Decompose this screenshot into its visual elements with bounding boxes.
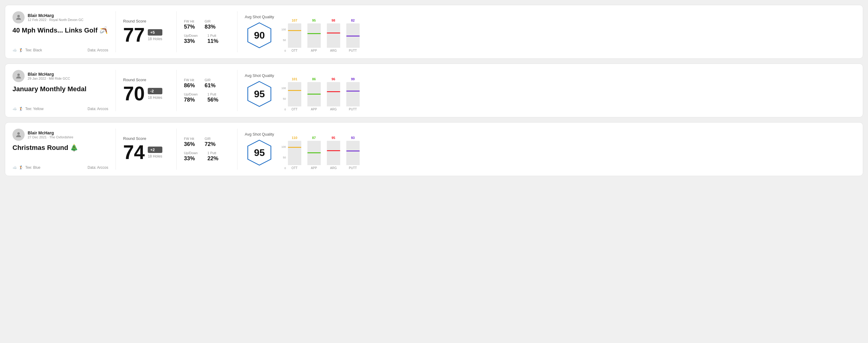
bar-group: 82 <box>346 19 360 48</box>
oneputt-label: 1 Putt <box>207 34 218 37</box>
updown-stat: Up/Down 78% <box>184 92 197 103</box>
bar-wrapper <box>346 82 360 106</box>
avatar <box>12 129 25 141</box>
round-footer: ☁️ 🏌️ Tee: Black Data: Arccos <box>12 48 108 52</box>
updown-label: Up/Down <box>184 34 197 37</box>
chart-bars: 107 95 98 <box>288 11 360 48</box>
bar-value: 98 <box>332 19 335 22</box>
stats-section: FW Hit 86% GIR 61% Up/Down 78% 1 Putt <box>177 70 238 111</box>
oneputt-value: 22% <box>207 155 218 162</box>
tee-info: ☁️ 🏌️ Tee: Black <box>12 48 42 52</box>
cloud-icon: ☁️ <box>12 48 17 52</box>
quality-left: Avg Shot Quality 95 <box>245 73 274 107</box>
stats-section: FW Hit 57% GIR 83% Up/Down 33% 1 Putt <box>177 11 238 52</box>
fw-hit-value: 36% <box>184 141 195 148</box>
gir-value: 72% <box>205 141 216 148</box>
bar-wrapper <box>327 141 340 165</box>
round-footer: ☁️ 🏌️ Tee: Blue Data: Arccos <box>12 165 108 170</box>
stats-row-top: FW Hit 57% GIR 83% <box>184 20 230 30</box>
player-header: Blair McHarg 29 Jan 2022 · Mill Ride GCC <box>12 70 108 82</box>
player-name: Blair McHarg <box>28 130 73 135</box>
bar-fill <box>288 147 301 165</box>
fw-hit-stat: FW Hit 86% <box>184 78 195 89</box>
fw-hit-label: FW Hit <box>184 78 195 82</box>
y-axis: 100 50 0 <box>282 87 286 111</box>
player-header: Blair McHarg 27 Dec 2021 · The Oxfordshi… <box>12 129 108 141</box>
bar-value: 95 <box>332 136 335 139</box>
score-badge-wrap: +2 18 Holes <box>148 147 162 158</box>
bar-group: 99 <box>346 77 360 106</box>
round-title: 40 Mph Winds... Links Golf 🪃 <box>12 27 108 34</box>
gir-label: GIR <box>205 20 216 23</box>
bar-fill <box>346 91 360 106</box>
bar-wrapper <box>327 82 340 106</box>
fw-hit-label: FW Hit <box>184 137 195 141</box>
round-card: Blair McHarg 29 Jan 2022 · Mill Ride GCC… <box>5 64 863 117</box>
bar-value: 107 <box>291 19 297 22</box>
bar-group: 107 <box>288 19 301 48</box>
data-source: Data: Arccos <box>88 165 108 170</box>
score-holes: 18 Holes <box>148 37 162 41</box>
fw-hit-value: 57% <box>184 24 195 30</box>
chart-x-label: APP <box>307 49 321 52</box>
score-main: 74 +2 18 Holes <box>123 143 169 162</box>
score-section: Round Score 74 +2 18 Holes <box>116 129 177 170</box>
bar-group: 87 <box>307 136 321 165</box>
bar-group: 86 <box>307 77 321 106</box>
bar-chart: 100 50 0 101 86 <box>282 70 848 111</box>
hexagon-container: 95 <box>246 139 273 166</box>
tee-info: ☁️ 🏌️ Tee: Yellow <box>12 107 43 111</box>
bar-wrapper <box>346 141 360 165</box>
gir-stat: GIR 61% <box>205 78 216 89</box>
round-card: Blair McHarg 12 Feb 2022 · Royal North D… <box>5 5 863 59</box>
bar-value: 82 <box>351 19 355 22</box>
updown-label: Up/Down <box>184 151 197 155</box>
player-name: Blair McHarg <box>28 13 83 18</box>
chart-x-label: PUTT <box>346 166 360 170</box>
stats-row-bottom: Up/Down 33% 1 Putt 11% <box>184 34 230 44</box>
score-label: Round Score <box>123 19 169 23</box>
fw-hit-label: FW Hit <box>184 20 195 23</box>
quality-section: Avg Shot Quality 95 100 50 0 <box>238 70 856 111</box>
oneputt-stat: 1 Putt 11% <box>207 34 218 44</box>
chart-x-label: ARG <box>327 107 340 111</box>
gir-label: GIR <box>205 78 216 82</box>
quality-left: Avg Shot Quality 90 <box>245 14 274 49</box>
bar-value: 86 <box>312 77 316 81</box>
oneputt-stat: 1 Putt 22% <box>207 151 218 162</box>
score-badge-wrap: +5 18 Holes <box>148 29 162 41</box>
gir-stat: GIR 72% <box>205 137 216 148</box>
stats-row-bottom: Up/Down 33% 1 Putt 22% <box>184 151 230 162</box>
bar-wrapper <box>307 82 321 106</box>
user-icon <box>15 72 22 80</box>
score-holes: 18 Holes <box>148 95 162 100</box>
chart-x-label: OTT <box>288 107 301 111</box>
bar-line <box>288 30 301 31</box>
score-label: Round Score <box>123 77 169 82</box>
bar-group: 95 <box>307 19 321 48</box>
bar-fill <box>307 152 321 165</box>
cloud-icon: ☁️ <box>12 107 17 111</box>
gir-value: 61% <box>205 83 216 89</box>
bar-line <box>307 33 321 34</box>
bar-group: 95 <box>327 136 340 165</box>
stats-section: FW Hit 36% GIR 72% Up/Down 33% 1 Putt <box>177 129 238 170</box>
player-meta: 12 Feb 2022 · Royal North Devon GC <box>28 18 83 22</box>
gir-stat: GIR 83% <box>205 20 216 30</box>
avatar <box>12 11 25 23</box>
bar-fill <box>288 30 301 48</box>
quality-score: 90 <box>254 30 265 41</box>
bar-value: 93 <box>351 136 355 139</box>
bar-wrapper <box>346 23 360 48</box>
updown-stat: Up/Down 33% <box>184 34 197 44</box>
score-badge: +2 <box>148 147 162 153</box>
bar-wrapper <box>288 23 301 48</box>
bar-group: 96 <box>327 77 340 106</box>
stats-row-top: FW Hit 36% GIR 72% <box>184 137 230 148</box>
stats-row-bottom: Up/Down 78% 1 Putt 56% <box>184 92 230 103</box>
score-badge: +5 <box>148 29 162 36</box>
data-source: Data: Arccos <box>88 107 108 111</box>
bar-line <box>346 91 360 92</box>
bar-wrapper <box>288 141 301 165</box>
user-icon <box>15 14 22 21</box>
